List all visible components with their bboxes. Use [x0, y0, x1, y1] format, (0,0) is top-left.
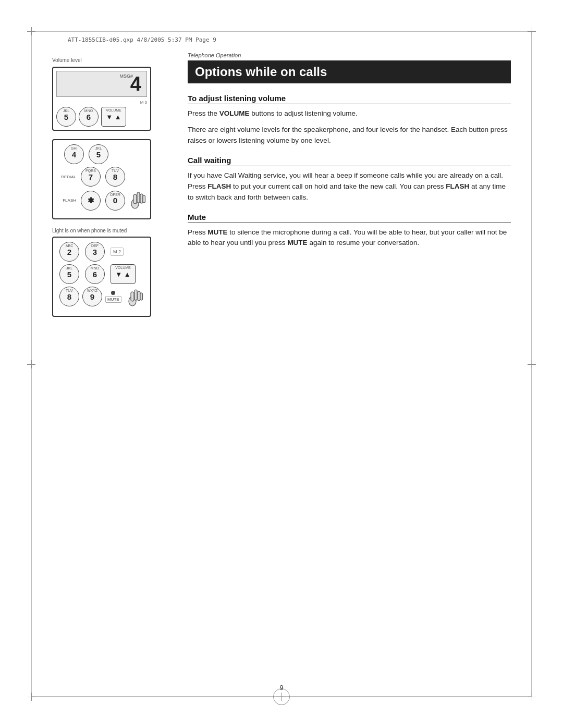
kp2-row1: ABC 2 DEF 3 M 2 — [56, 242, 147, 262]
page-number: 9 — [279, 684, 283, 692]
key-7-label: 7 — [89, 172, 93, 181]
section-heading-2: Call waiting — [188, 156, 511, 166]
key-0-label: 0 — [113, 196, 117, 205]
key-4-label: 4 — [72, 150, 76, 159]
key-5: JKL 5 — [56, 107, 76, 127]
key-7-sub: PQRS — [85, 169, 96, 172]
vol-label: VOLUME — [106, 108, 121, 112]
mute-indicator-label: Light is on when phone is muted — [52, 228, 167, 233]
body-text-1a: Press the VOLUME buttons to adjust liste… — [188, 108, 511, 119]
section-heading-3: Mute — [188, 213, 511, 223]
bottom-key-row: JKL 5 MNO 6 VOLUME ▼ ▲ — [56, 107, 147, 127]
key-9-sub: WXYZ — [87, 289, 97, 292]
display-screen: MSG# 4 — [56, 71, 147, 97]
key-5b: JKL 5 — [89, 144, 108, 164]
key-5b-label: 5 — [96, 150, 101, 159]
right-column: Telephone Operation Options while on cal… — [188, 52, 511, 254]
key-0-sub: OPER — [110, 193, 120, 196]
left-column: Volume level MSG# 4 M 3 JKL 5 MNO 6 VOLU… — [52, 52, 167, 317]
key-3-label: 3 — [93, 248, 97, 256]
kp1-row2: REDIAL PQRS 7 TUV 8 — [56, 167, 147, 187]
key-4: GHI 4 — [64, 144, 84, 164]
svg-rect-9 — [140, 293, 143, 300]
svg-rect-6 — [131, 292, 134, 301]
key-6: MNO 6 — [79, 107, 99, 127]
svg-rect-3 — [140, 194, 143, 203]
crosshair-top-right — [528, 27, 536, 35]
hand-icon-1 — [131, 189, 146, 212]
display-msg-label: MSG# — [119, 73, 133, 79]
keypad-box-1: GHI 4 JKL 5 REDIAL PQRS 7 TUV 8 FLASH — [52, 139, 151, 219]
kp2-row2: JKL 5 MNO 6 VOLUME ▼ ▲ — [56, 264, 147, 284]
file-info: ATT-1855CIB-d05.qxp 4/8/2005 5:37 PM Pag… — [68, 36, 216, 43]
mute-indicator: MUTE — [105, 291, 121, 303]
vol-arrows: ▼ ▲ — [106, 113, 121, 121]
body-text-1b: There are eight volume levels for the sp… — [188, 125, 511, 146]
m2-indicator: M 2 — [111, 248, 124, 256]
mute-key-label: MUTE — [105, 296, 121, 303]
page-border-top — [31, 31, 532, 32]
body-text-3a: Press MUTE to silence the microphone dur… — [188, 227, 511, 249]
key-8-sub: TUV — [112, 169, 119, 172]
key-8b-label: 8 — [67, 292, 71, 301]
key-6-label: 6 — [87, 113, 91, 121]
volume-button[interactable]: VOLUME ▼ ▲ — [101, 107, 126, 127]
key-5c: JKL 5 — [59, 264, 79, 284]
svg-rect-7 — [134, 290, 137, 300]
svg-rect-1 — [133, 194, 137, 204]
key-7: PQRS 7 — [81, 167, 101, 187]
key-2: ABC 2 — [59, 242, 79, 262]
key-5c-label: 5 — [67, 270, 71, 279]
key-star-label: ✱ — [88, 196, 94, 205]
kp1-row3: FLASH ✱ OPER 0 — [56, 189, 147, 212]
key-3-sub: DEF — [91, 244, 99, 248]
svg-rect-2 — [137, 192, 140, 203]
key-6-sub: MNO — [84, 109, 93, 113]
crosshair-top-left — [27, 27, 35, 35]
key-8-label: 8 — [113, 172, 117, 181]
key-8b: TUV 8 — [59, 287, 79, 306]
kp1-row1: GHI 4 JKL 5 — [56, 144, 147, 164]
hand-icon-2 — [128, 287, 144, 309]
page-title: Options while on calls — [188, 60, 511, 83]
key-6b-label: 6 — [93, 270, 97, 279]
key-8b-sub: TUV — [66, 289, 73, 292]
key-4-sub: GHI — [71, 146, 77, 150]
redial-label: REDIAL — [56, 175, 78, 179]
kp2-row3-keys: TUV 8 WXYZ 9 MUTE — [59, 287, 121, 306]
crosshair-bottom-right — [528, 693, 536, 701]
section-heading-1: To adjust listening volume — [188, 94, 511, 104]
key-3: DEF 3 — [85, 242, 105, 262]
key-5-label: 5 — [64, 113, 68, 121]
crosshair-right-middle — [528, 360, 536, 368]
volume-button-2[interactable]: VOLUME ▼ ▲ — [111, 264, 136, 284]
key-9: WXYZ 9 — [82, 287, 102, 306]
flash-label: FLASH — [56, 198, 78, 203]
key-8: TUV 8 — [105, 167, 125, 187]
key-star: ✱ — [81, 191, 101, 211]
section-label: Telephone Operation — [188, 52, 511, 58]
crosshair-left-middle — [27, 360, 35, 368]
vol-arrows-2: ▼ ▲ — [115, 270, 130, 278]
key-2-label: 2 — [67, 248, 71, 256]
svg-rect-8 — [138, 291, 140, 301]
key-2-sub: ABC — [66, 244, 73, 248]
mute-dot — [111, 291, 115, 295]
body-text-2a: If you have Call Waiting service, you wi… — [188, 170, 511, 203]
kp2-row3: TUV 8 WXYZ 9 MUTE — [56, 287, 147, 309]
phone-display-box: MSG# 4 M 3 JKL 5 MNO 6 VOLUME ▼ ▲ — [52, 67, 151, 131]
key-5b-sub: JKL — [95, 146, 102, 150]
m3-label: M 3 — [56, 100, 147, 105]
vol-label-2: VOLUME — [115, 266, 131, 269]
svg-rect-4 — [143, 195, 145, 203]
crosshair-bottom-left — [27, 693, 35, 701]
key-6b: MNO 6 — [85, 264, 105, 284]
key-6b-sub: MNO — [91, 266, 99, 270]
key-5-sub: JKL — [63, 109, 69, 113]
key-5c-sub: JKL — [66, 266, 72, 270]
key-0: OPER 0 — [105, 191, 125, 211]
volume-label: Volume level — [52, 57, 82, 63]
key-9-label: 9 — [90, 292, 94, 301]
keypad-box-2: ABC 2 DEF 3 M 2 JKL 5 MNO 6 VOLUME ▼ ▲ — [52, 237, 151, 317]
